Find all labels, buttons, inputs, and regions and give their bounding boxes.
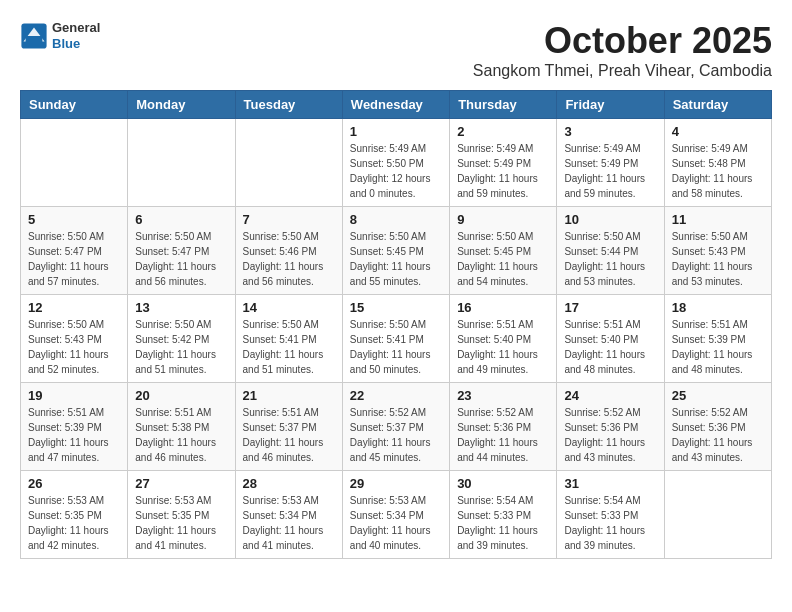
- calendar-cell: 5Sunrise: 5:50 AM Sunset: 5:47 PM Daylig…: [21, 207, 128, 295]
- calendar-cell: 27Sunrise: 5:53 AM Sunset: 5:35 PM Dayli…: [128, 471, 235, 559]
- calendar-cell: 3Sunrise: 5:49 AM Sunset: 5:49 PM Daylig…: [557, 119, 664, 207]
- logo-blue: Blue: [52, 36, 100, 52]
- day-info: Sunrise: 5:49 AM Sunset: 5:49 PM Dayligh…: [564, 141, 656, 201]
- calendar-cell: [128, 119, 235, 207]
- day-info: Sunrise: 5:50 AM Sunset: 5:41 PM Dayligh…: [243, 317, 335, 377]
- day-info: Sunrise: 5:53 AM Sunset: 5:34 PM Dayligh…: [350, 493, 442, 553]
- day-info: Sunrise: 5:50 AM Sunset: 5:43 PM Dayligh…: [672, 229, 764, 289]
- calendar-cell: 30Sunrise: 5:54 AM Sunset: 5:33 PM Dayli…: [450, 471, 557, 559]
- weekday-header: Saturday: [664, 91, 771, 119]
- calendar-cell: 8Sunrise: 5:50 AM Sunset: 5:45 PM Daylig…: [342, 207, 449, 295]
- day-number: 29: [350, 476, 442, 491]
- calendar-cell: 12Sunrise: 5:50 AM Sunset: 5:43 PM Dayli…: [21, 295, 128, 383]
- day-info: Sunrise: 5:50 AM Sunset: 5:43 PM Dayligh…: [28, 317, 120, 377]
- day-number: 20: [135, 388, 227, 403]
- weekday-header: Monday: [128, 91, 235, 119]
- logo: General Blue: [20, 20, 100, 51]
- day-info: Sunrise: 5:49 AM Sunset: 5:48 PM Dayligh…: [672, 141, 764, 201]
- calendar-cell: 17Sunrise: 5:51 AM Sunset: 5:40 PM Dayli…: [557, 295, 664, 383]
- day-info: Sunrise: 5:51 AM Sunset: 5:38 PM Dayligh…: [135, 405, 227, 465]
- day-info: Sunrise: 5:51 AM Sunset: 5:39 PM Dayligh…: [672, 317, 764, 377]
- calendar-cell: 7Sunrise: 5:50 AM Sunset: 5:46 PM Daylig…: [235, 207, 342, 295]
- calendar-cell: 4Sunrise: 5:49 AM Sunset: 5:48 PM Daylig…: [664, 119, 771, 207]
- calendar-cell: 14Sunrise: 5:50 AM Sunset: 5:41 PM Dayli…: [235, 295, 342, 383]
- day-number: 10: [564, 212, 656, 227]
- day-number: 16: [457, 300, 549, 315]
- logo-icon: [20, 22, 48, 50]
- day-number: 27: [135, 476, 227, 491]
- day-number: 9: [457, 212, 549, 227]
- calendar-cell: [664, 471, 771, 559]
- weekday-header: Wednesday: [342, 91, 449, 119]
- calendar-cell: [235, 119, 342, 207]
- calendar-cell: 20Sunrise: 5:51 AM Sunset: 5:38 PM Dayli…: [128, 383, 235, 471]
- day-number: 15: [350, 300, 442, 315]
- day-info: Sunrise: 5:51 AM Sunset: 5:39 PM Dayligh…: [28, 405, 120, 465]
- day-number: 4: [672, 124, 764, 139]
- day-number: 12: [28, 300, 120, 315]
- day-info: Sunrise: 5:52 AM Sunset: 5:36 PM Dayligh…: [672, 405, 764, 465]
- day-info: Sunrise: 5:50 AM Sunset: 5:45 PM Dayligh…: [457, 229, 549, 289]
- calendar-cell: 23Sunrise: 5:52 AM Sunset: 5:36 PM Dayli…: [450, 383, 557, 471]
- day-number: 5: [28, 212, 120, 227]
- day-number: 26: [28, 476, 120, 491]
- day-info: Sunrise: 5:52 AM Sunset: 5:37 PM Dayligh…: [350, 405, 442, 465]
- day-number: 6: [135, 212, 227, 227]
- day-info: Sunrise: 5:49 AM Sunset: 5:50 PM Dayligh…: [350, 141, 442, 201]
- calendar-cell: 6Sunrise: 5:50 AM Sunset: 5:47 PM Daylig…: [128, 207, 235, 295]
- page-header: General Blue October 2025 Sangkom Thmei,…: [20, 20, 772, 80]
- logo-text: General Blue: [52, 20, 100, 51]
- calendar-cell: 21Sunrise: 5:51 AM Sunset: 5:37 PM Dayli…: [235, 383, 342, 471]
- day-number: 21: [243, 388, 335, 403]
- calendar-cell: 28Sunrise: 5:53 AM Sunset: 5:34 PM Dayli…: [235, 471, 342, 559]
- day-info: Sunrise: 5:50 AM Sunset: 5:41 PM Dayligh…: [350, 317, 442, 377]
- calendar-week-row: 12Sunrise: 5:50 AM Sunset: 5:43 PM Dayli…: [21, 295, 772, 383]
- day-number: 1: [350, 124, 442, 139]
- day-info: Sunrise: 5:53 AM Sunset: 5:35 PM Dayligh…: [28, 493, 120, 553]
- calendar-cell: 26Sunrise: 5:53 AM Sunset: 5:35 PM Dayli…: [21, 471, 128, 559]
- day-number: 2: [457, 124, 549, 139]
- weekday-header: Thursday: [450, 91, 557, 119]
- day-info: Sunrise: 5:50 AM Sunset: 5:47 PM Dayligh…: [28, 229, 120, 289]
- day-number: 14: [243, 300, 335, 315]
- day-number: 19: [28, 388, 120, 403]
- month-title: October 2025: [473, 20, 772, 62]
- calendar-cell: 2Sunrise: 5:49 AM Sunset: 5:49 PM Daylig…: [450, 119, 557, 207]
- day-info: Sunrise: 5:51 AM Sunset: 5:37 PM Dayligh…: [243, 405, 335, 465]
- calendar-cell: 13Sunrise: 5:50 AM Sunset: 5:42 PM Dayli…: [128, 295, 235, 383]
- location-title: Sangkom Thmei, Preah Vihear, Cambodia: [473, 62, 772, 80]
- day-number: 17: [564, 300, 656, 315]
- calendar-week-row: 19Sunrise: 5:51 AM Sunset: 5:39 PM Dayli…: [21, 383, 772, 471]
- title-section: October 2025 Sangkom Thmei, Preah Vihear…: [473, 20, 772, 80]
- day-info: Sunrise: 5:50 AM Sunset: 5:46 PM Dayligh…: [243, 229, 335, 289]
- calendar-cell: 16Sunrise: 5:51 AM Sunset: 5:40 PM Dayli…: [450, 295, 557, 383]
- day-number: 22: [350, 388, 442, 403]
- day-info: Sunrise: 5:52 AM Sunset: 5:36 PM Dayligh…: [457, 405, 549, 465]
- weekday-header: Sunday: [21, 91, 128, 119]
- day-number: 11: [672, 212, 764, 227]
- weekday-header: Friday: [557, 91, 664, 119]
- day-number: 24: [564, 388, 656, 403]
- calendar-cell: 15Sunrise: 5:50 AM Sunset: 5:41 PM Dayli…: [342, 295, 449, 383]
- calendar-week-row: 5Sunrise: 5:50 AM Sunset: 5:47 PM Daylig…: [21, 207, 772, 295]
- day-number: 8: [350, 212, 442, 227]
- day-info: Sunrise: 5:49 AM Sunset: 5:49 PM Dayligh…: [457, 141, 549, 201]
- calendar: SundayMondayTuesdayWednesdayThursdayFrid…: [20, 90, 772, 559]
- day-info: Sunrise: 5:50 AM Sunset: 5:44 PM Dayligh…: [564, 229, 656, 289]
- calendar-cell: 25Sunrise: 5:52 AM Sunset: 5:36 PM Dayli…: [664, 383, 771, 471]
- day-info: Sunrise: 5:53 AM Sunset: 5:35 PM Dayligh…: [135, 493, 227, 553]
- day-number: 7: [243, 212, 335, 227]
- day-number: 30: [457, 476, 549, 491]
- day-info: Sunrise: 5:50 AM Sunset: 5:42 PM Dayligh…: [135, 317, 227, 377]
- calendar-cell: 11Sunrise: 5:50 AM Sunset: 5:43 PM Dayli…: [664, 207, 771, 295]
- calendar-cell: [21, 119, 128, 207]
- calendar-week-row: 1Sunrise: 5:49 AM Sunset: 5:50 PM Daylig…: [21, 119, 772, 207]
- day-number: 18: [672, 300, 764, 315]
- calendar-cell: 24Sunrise: 5:52 AM Sunset: 5:36 PM Dayli…: [557, 383, 664, 471]
- day-number: 3: [564, 124, 656, 139]
- day-number: 28: [243, 476, 335, 491]
- calendar-cell: 29Sunrise: 5:53 AM Sunset: 5:34 PM Dayli…: [342, 471, 449, 559]
- logo-general: General: [52, 20, 100, 36]
- calendar-cell: 10Sunrise: 5:50 AM Sunset: 5:44 PM Dayli…: [557, 207, 664, 295]
- calendar-cell: 19Sunrise: 5:51 AM Sunset: 5:39 PM Dayli…: [21, 383, 128, 471]
